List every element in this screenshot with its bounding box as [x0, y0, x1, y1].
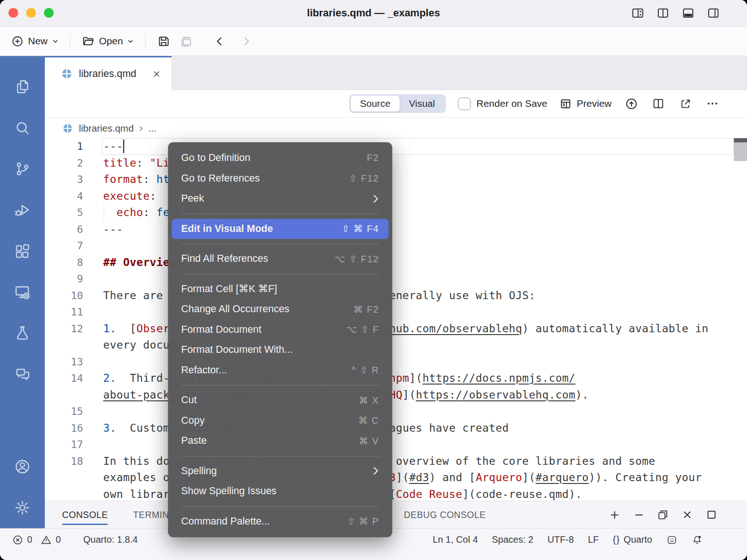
menu-item-change-all-occurrences[interactable]: Change All Occurrences⌘ F2 — [168, 299, 392, 320]
code-line-9[interactable]: 9 — [45, 271, 747, 287]
code-line-wrap[interactable]: own libraries is covered in the article … — [45, 486, 747, 501]
menu-item-label: Format Cell [⌘K ⌘F] — [181, 283, 379, 295]
menu-item-command-palette[interactable]: Command Palette...⇧ ⌘ P — [168, 511, 392, 532]
close-tab-icon[interactable] — [152, 70, 161, 78]
code-line-1[interactable]: 1--- — [45, 138, 747, 155]
menu-item-refactor[interactable]: Refactor...^ ⇧ R — [168, 360, 392, 381]
toggle-secondary-sidebar-icon[interactable] — [706, 6, 721, 21]
render-on-save-toggle[interactable]: Render on Save — [458, 98, 548, 110]
menu-item-edit-in-visual-mode[interactable]: Edit in Visual Mode⇧ ⌘ F4 — [172, 219, 388, 239]
search-icon — [14, 119, 31, 136]
code-line-13[interactable]: 13 — [45, 354, 747, 371]
zoom-window-button[interactable] — [44, 8, 54, 18]
toggle-panel-icon[interactable] — [681, 6, 696, 21]
back-button[interactable] — [213, 34, 226, 49]
minimize-window-button[interactable] — [26, 8, 36, 18]
sidebar-item-chat[interactable] — [0, 354, 45, 395]
sidebar-item-settings[interactable] — [0, 487, 45, 528]
sidebar-item-testing[interactable] — [0, 313, 45, 354]
visual-mode-button[interactable]: Visual — [400, 96, 444, 112]
sidebar-item-source-control[interactable] — [0, 148, 45, 189]
menu-item-go-to-definition[interactable]: Go to DefinitionF2 — [168, 148, 392, 168]
line-number: 13 — [45, 354, 83, 371]
code-line-3[interactable]: 3format: html — [45, 171, 747, 188]
source-mode-button[interactable]: Source — [351, 96, 400, 112]
code-line-8[interactable]: 8## Overview — [45, 254, 747, 271]
more-actions-icon[interactable] — [705, 96, 720, 111]
menu-item-label: Command Palette... — [181, 516, 347, 527]
forward-button[interactable] — [240, 34, 253, 49]
menu-item-peek[interactable]: Peek — [168, 189, 392, 209]
restore-panel-icon[interactable] — [656, 508, 669, 521]
split-editor-icon[interactable] — [655, 6, 670, 21]
new-button[interactable]: New — [10, 33, 60, 49]
cursor-position[interactable]: Ln 1, Col 4 — [433, 534, 478, 545]
new-console-icon[interactable] — [608, 508, 621, 521]
save-all-button[interactable] — [178, 32, 194, 50]
tab-libraries-qmd[interactable]: libraries.qmd — [45, 56, 172, 90]
code-line-5[interactable]: 5 echo: fenced — [45, 204, 747, 221]
publish-icon[interactable] — [624, 96, 639, 111]
code-line-17[interactable]: 17 — [45, 436, 747, 453]
menu-item-find-all-references[interactable]: Find All References⌥ ⇧ F12 — [168, 249, 392, 269]
menu-item-label: Go to References — [181, 173, 349, 184]
code-line-6[interactable]: 6--- — [45, 221, 747, 238]
breadcrumb-more[interactable]: ... — [148, 123, 156, 134]
breadcrumb-file[interactable]: libraries.qmd — [79, 123, 134, 134]
code-line-15[interactable]: 15 — [45, 403, 747, 420]
menu-item-format-cell-k-f[interactable]: Format Cell [⌘K ⌘F] — [168, 279, 392, 300]
customize-layout-icon[interactable] — [630, 6, 645, 21]
minimize-panel-icon[interactable] — [632, 508, 645, 521]
code-line-14[interactable]: 142. Third-party JavaScript libraries fr… — [45, 370, 747, 387]
code-line-7[interactable]: 7 — [45, 238, 747, 254]
sidebar-item-remote-sessions[interactable] — [0, 272, 45, 313]
sidebar-item-search[interactable] — [0, 107, 45, 148]
split-editor-icon[interactable] — [651, 96, 666, 111]
line-number: 17 — [45, 436, 83, 453]
sidebar-item-account[interactable] — [0, 446, 45, 487]
open-external-icon[interactable] — [678, 96, 693, 111]
editor-action-bar: Source Visual Render on Save Preview — [45, 90, 747, 118]
code-line-18[interactable]: 18In this document we'll provide a high-… — [45, 453, 747, 470]
language-mode[interactable]: {} Quarto — [613, 534, 652, 545]
code-line-wrap[interactable]: examples of using third-party libraries … — [45, 469, 747, 486]
menu-item-cut[interactable]: Cut⌘ X — [168, 390, 392, 411]
chevron-right-icon: › — [139, 122, 142, 134]
code-line-4[interactable]: 4execute: — [45, 188, 747, 205]
sidebar-item-run-debug[interactable] — [0, 189, 45, 231]
panel-tab-console[interactable]: CONSOLE — [62, 501, 108, 528]
code-line-wrap[interactable]: about-packages-and-modules) and [Observa… — [45, 387, 747, 404]
close-panel-icon[interactable] — [681, 508, 694, 521]
code-line-10[interactable]: 10There are three types of libraries you… — [45, 287, 747, 304]
save-button[interactable] — [156, 33, 171, 50]
sidebar-item-extensions[interactable] — [0, 231, 45, 272]
preview-button[interactable]: Preview — [559, 98, 612, 110]
menu-item-format-document-with[interactable]: Format Document With... — [168, 340, 392, 360]
code-line-12[interactable]: 121. [Observable core libraries](https:/… — [45, 321, 747, 337]
sidebar-item-explorer[interactable] — [0, 66, 45, 107]
close-window-button[interactable] — [8, 8, 18, 18]
code-line-11[interactable]: 11 — [45, 304, 747, 321]
menu-item-label: Refactor... — [181, 364, 352, 376]
panel-tab-debug-console[interactable]: DEBUG CONSOLE — [404, 501, 486, 528]
encoding[interactable]: UTF-8 — [547, 534, 574, 545]
notifications-bell-icon[interactable] — [691, 534, 703, 546]
indentation[interactable]: Spaces: 2 — [492, 534, 534, 545]
render-on-save-checkbox[interactable] — [458, 98, 471, 110]
menu-item-go-to-references[interactable]: Go to References⇧ F12 — [168, 168, 392, 189]
menu-item-paste[interactable]: Paste⌘ V — [168, 431, 392, 451]
feedback-smiley-icon[interactable] — [666, 534, 677, 546]
menu-item-show-spelling-issues[interactable]: Show Spelling Issues — [168, 481, 392, 502]
problems-indicator[interactable]: 0 0 — [12, 534, 61, 546]
code-line-16[interactable]: 163. Custom libraries that you or your c… — [45, 420, 747, 437]
code-line-2[interactable]: 2title: "Libraries" — [45, 155, 747, 172]
maximize-panel-icon[interactable] — [705, 508, 718, 521]
quarto-version[interactable]: Quarto: 1.8.4 — [83, 534, 138, 545]
menu-item-format-document[interactable]: Format Document⌥ ⇧ F — [168, 320, 392, 340]
code-line-wrap[interactable]: every document. — [45, 337, 747, 354]
menu-item-copy[interactable]: Copy⌘ C — [168, 411, 392, 431]
menu-item-spelling[interactable]: Spelling — [168, 461, 392, 482]
open-button[interactable]: Open — [81, 33, 135, 49]
code-editor[interactable]: 1---2title: "Libraries"3format: html4exe… — [45, 138, 747, 501]
eol-sequence[interactable]: LF — [588, 534, 599, 545]
